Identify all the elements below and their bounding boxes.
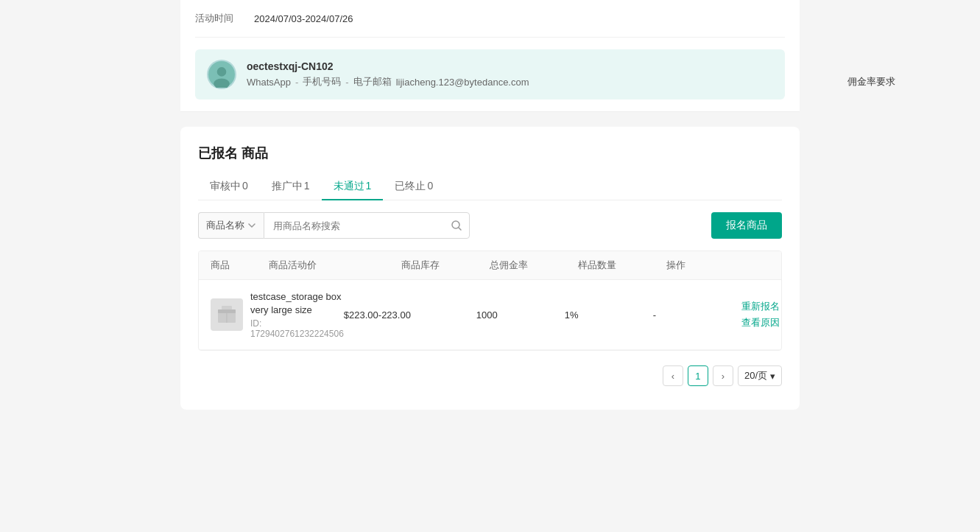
col-header-stock: 商品库存: [401, 259, 490, 272]
activity-time-label: 活动时间: [195, 12, 239, 25]
col-header-product: 商品: [211, 259, 269, 272]
search-filter-select[interactable]: 商品名称: [198, 212, 264, 239]
email-value: lijiacheng.123@bytedance.com: [396, 77, 529, 88]
cell-price: $223.00-223.00: [344, 309, 476, 321]
sidebar-commission-label: 佣金率要求: [833, 68, 980, 96]
cell-sample: -: [653, 309, 741, 321]
page-size-select[interactable]: 20/页 ▾: [738, 365, 782, 386]
activity-time-value: 2024/07/03-2024/07/26: [254, 13, 353, 24]
page-size-chevron-icon: ▾: [770, 371, 775, 382]
search-area: 商品名称: [198, 212, 470, 239]
user-name: oectestxqj-CN102: [247, 60, 529, 72]
product-name: testcase_storage box very large size: [250, 290, 344, 317]
product-cell: testcase_storage box very large size ID:…: [211, 290, 344, 339]
search-input-wrap: [264, 212, 470, 239]
search-input[interactable]: [264, 212, 470, 239]
product-thumbnail: [211, 298, 243, 331]
product-info: testcase_storage box very large size ID:…: [250, 290, 344, 339]
filter-label: 商品名称: [206, 219, 244, 232]
next-page-button[interactable]: ›: [713, 365, 733, 386]
operation-cell: 重新报名 查看原因: [741, 300, 782, 329]
reregister-link[interactable]: 重新报名: [741, 300, 782, 313]
chevron-down-icon: [247, 221, 256, 230]
page-1-button[interactable]: 1: [688, 365, 708, 386]
view-reason-link[interactable]: 查看原因: [741, 316, 782, 329]
tabs-row: 审核中0 推广中1 未通过1 已终止0: [198, 174, 782, 200]
table-header: 商品 商品活动价 商品库存 总佣金率 样品数量 操作: [199, 251, 781, 280]
section-title: 已报名 商品: [198, 144, 782, 162]
tab-promoting[interactable]: 推广中1: [260, 174, 322, 200]
tab-review[interactable]: 审核中0: [198, 174, 260, 200]
svg-point-1: [217, 67, 227, 77]
separator-1: -: [295, 77, 298, 88]
col-header-price: 商品活动价: [269, 259, 401, 272]
user-meta: WhatsApp - 手机号码 - 电子邮箱 lijiacheng.123@by…: [247, 75, 529, 88]
main-card: 已报名 商品 审核中0 推广中1 未通过1 已终止0 商品名称: [180, 127, 800, 410]
tab-ended[interactable]: 已终止0: [383, 174, 445, 200]
col-header-operation: 操作: [666, 259, 769, 272]
product-table: 商品 商品活动价 商品库存 总佣金率 样品数量 操作: [198, 251, 782, 351]
cell-commission: 1%: [565, 309, 653, 321]
phone-label: 手机号码: [303, 75, 341, 88]
search-icon[interactable]: [451, 220, 462, 231]
table-row: testcase_storage box very large size ID:…: [199, 280, 781, 350]
separator-2: -: [345, 77, 348, 88]
page-size-label: 20/页: [744, 369, 767, 382]
register-product-button[interactable]: 报名商品: [711, 212, 782, 239]
tab-rejected[interactable]: 未通过1: [322, 174, 384, 200]
avatar: [207, 60, 236, 89]
email-label: 电子邮箱: [353, 75, 392, 88]
cell-stock: 1000: [476, 309, 565, 321]
col-header-sample: 样品数量: [578, 259, 666, 272]
col-header-commission: 总佣金率: [490, 259, 578, 272]
pagination-row: ‹ 1 › 20/页 ▾: [198, 365, 782, 386]
svg-rect-8: [222, 306, 232, 309]
prev-page-button[interactable]: ‹: [663, 365, 683, 386]
whatsapp-label: WhatsApp: [247, 77, 291, 88]
product-id: ID: 1729402761232224506: [250, 318, 344, 339]
user-info: oectestxqj-CN102 WhatsApp - 手机号码 - 电子邮箱 …: [247, 60, 529, 88]
svg-line-4: [459, 228, 461, 230]
user-card: oectestxqj-CN102 WhatsApp - 手机号码 - 电子邮箱 …: [195, 49, 785, 99]
toolbar-row: 商品名称 报名商品: [198, 212, 782, 239]
